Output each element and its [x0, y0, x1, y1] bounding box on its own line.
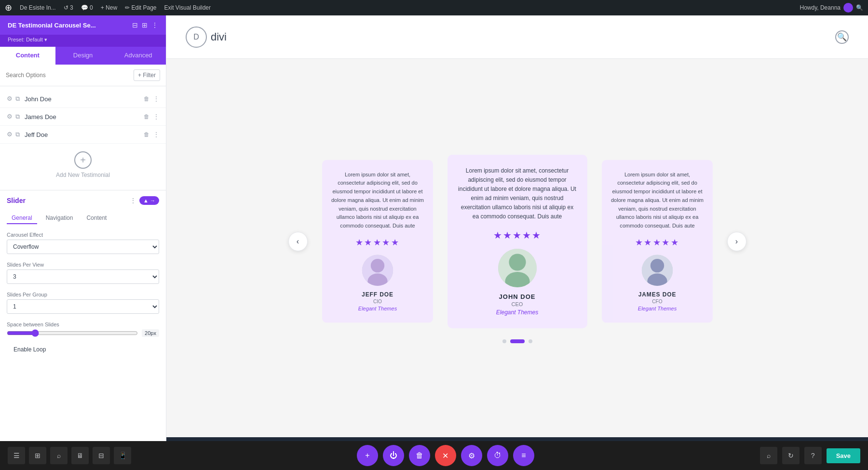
wp-admin-bar: ⊕ De Esiste In... ↺ 3 💬 0 + New ✏ Edit P…: [0, 0, 868, 15]
add-circle-icon: +: [74, 151, 92, 169]
window-icon[interactable]: ⊟: [132, 21, 138, 29]
comments-item[interactable]: 💬 0: [81, 4, 93, 11]
refresh-toolbar-button[interactable]: ↻: [782, 447, 800, 464]
add-module-button[interactable]: +: [357, 445, 378, 466]
testimonial-name-0: John Doe: [25, 95, 144, 103]
settings-toolbar-button[interactable]: ⚙: [461, 445, 482, 466]
carousel-effect-label: Carousel Effect: [7, 232, 159, 238]
card-company-2: Elegant Themes: [637, 306, 676, 312]
more-icon-2[interactable]: ⋮: [153, 131, 159, 138]
next-arrow-button[interactable]: ›: [727, 232, 746, 251]
card-avatar-0: [362, 255, 393, 286]
dot-1[interactable]: [510, 339, 525, 343]
duplicate-icon[interactable]: ⧉: [15, 95, 20, 103]
list-item[interactable]: ⚙ ⧉ James Doe 🗑 ⋮: [0, 108, 166, 126]
mobile-view-button[interactable]: 📱: [114, 447, 131, 464]
card-jeff-doe: Lorem ipsum dolor sit amet, consectetur …: [322, 160, 433, 323]
tab-design[interactable]: Design: [55, 47, 111, 65]
slides-per-group-select[interactable]: 1: [7, 299, 159, 314]
slider-section-header[interactable]: Slider ⋮ ▲ →: [0, 190, 166, 211]
slider-section-title: Slider: [7, 197, 26, 204]
duplicate-icon[interactable]: ⧉: [15, 113, 20, 121]
space-range-input[interactable]: [7, 329, 138, 337]
slides-per-view-select[interactable]: 3: [7, 269, 159, 284]
settings-icon[interactable]: ⚙: [7, 95, 13, 103]
preset-selector[interactable]: Preset: Default ▾: [0, 35, 166, 47]
bottom-toolbar: ☰ ⊞ ⌕ 🖥 ⊟ 📱 + ⏻ 🗑 ✕ ⚙ ⏱ ≡ ⌕ ↻ ? Save: [0, 441, 868, 470]
edit-page-item[interactable]: ✏ Edit Page: [125, 4, 156, 11]
power-button[interactable]: ⏻: [383, 445, 404, 466]
sub-tab-general[interactable]: General: [7, 213, 37, 224]
slides-per-view-field: Slides Per View 3: [0, 258, 166, 288]
card-name-2: JAMES DOE: [638, 291, 676, 298]
user-avatar: [843, 3, 853, 13]
enable-loop-field: Enable Loop: [0, 341, 166, 357]
grid-toolbar-button[interactable]: ⊞: [29, 447, 46, 464]
trash-button[interactable]: 🗑: [409, 445, 430, 466]
toggle-arrow-up: ▲: [143, 198, 149, 203]
content-area: D divi 🔍 ‹ Lorem ipsum dolor sit amet, c…: [166, 15, 868, 470]
tab-advanced[interactable]: Advanced: [110, 47, 166, 65]
desktop-view-button[interactable]: 🖥: [71, 447, 89, 464]
divi-header: D divi 🔍: [166, 15, 868, 59]
settings-sidebar: DE Testimonial Carousel Se... ⊟ ⊞ ⋮ Pres…: [0, 15, 166, 470]
settings-icon[interactable]: ⚙: [7, 131, 13, 138]
search-toolbar-button[interactable]: ⌕: [50, 447, 68, 464]
card-james-doe: Lorem ipsum dolor sit amet, consectetur …: [602, 160, 713, 323]
trash-icon-1[interactable]: 🗑: [144, 113, 149, 120]
add-new-label: Add New Testimonial: [56, 172, 110, 178]
history-button[interactable]: ⏱: [487, 445, 508, 466]
search-input[interactable]: [6, 72, 134, 79]
sub-tab-content[interactable]: Content: [81, 213, 111, 224]
settings-icon[interactable]: ⚙: [7, 113, 13, 121]
tab-content[interactable]: Content: [0, 47, 55, 65]
close-toolbar-button[interactable]: ✕: [435, 445, 456, 466]
new-item[interactable]: + New: [101, 4, 117, 11]
dot-0[interactable]: [502, 339, 506, 343]
trash-icon-2[interactable]: 🗑: [144, 131, 149, 138]
revisions-item[interactable]: ↺ 3: [64, 4, 73, 11]
wp-logo-icon[interactable]: ⊕: [5, 2, 12, 13]
carousel-dots: [502, 339, 532, 343]
duplicate-icon[interactable]: ⧉: [15, 131, 20, 138]
menu-toolbar-button[interactable]: ☰: [8, 447, 25, 464]
kebab-icon[interactable]: ⋮: [130, 197, 136, 204]
card-text-2: Lorem ipsum dolor sit amet, consectetur …: [610, 171, 704, 230]
testimonial-name-1: James Doe: [25, 113, 144, 121]
more-icon-1[interactable]: ⋮: [153, 113, 159, 120]
divi-logo-circle: D: [186, 27, 207, 48]
prev-arrow-button[interactable]: ‹: [288, 232, 308, 251]
more-icon-0[interactable]: ⋮: [153, 95, 159, 102]
grid-icon[interactable]: ⊞: [142, 21, 148, 29]
zoom-toolbar-button[interactable]: ⌕: [760, 447, 777, 464]
howdy-menu[interactable]: Howdy, Deanna 🔍: [800, 3, 864, 13]
carousel-effect-select[interactable]: Coverflow: [7, 240, 159, 254]
sub-tab-navigation[interactable]: Navigation: [41, 213, 78, 224]
save-button[interactable]: Save: [827, 448, 860, 463]
exit-builder-item[interactable]: Exit Visual Builder: [164, 4, 211, 11]
trash-icon-0[interactable]: 🗑: [144, 95, 149, 102]
list-item[interactable]: ⚙ ⧉ Jeff Doe 🗑 ⋮: [0, 126, 166, 144]
search-bar: + Filter: [0, 65, 166, 86]
list-item[interactable]: ⚙ ⧉ John Doe 🗑 ⋮: [0, 90, 166, 108]
search-icon[interactable]: 🔍: [856, 4, 863, 11]
slides-per-view-label: Slides Per View: [7, 262, 159, 268]
more-options-icon[interactable]: ⋮: [151, 21, 158, 29]
divi-logo-text: divi: [211, 31, 227, 43]
space-between-slides-label: Space between Slides: [7, 322, 159, 327]
header-icons: ⊟ ⊞ ⋮: [132, 21, 158, 29]
help-button[interactable]: ?: [804, 447, 822, 464]
header-search-button[interactable]: 🔍: [835, 30, 849, 44]
carousel-effect-field: Carousel Effect Coverflow: [0, 228, 166, 258]
card-company-0: Elegant Themes: [358, 306, 396, 312]
add-new-testimonial-button[interactable]: + Add New Testimonial: [0, 144, 166, 186]
filter-button[interactable]: + Filter: [134, 69, 160, 81]
site-name[interactable]: De Esiste In...: [20, 4, 56, 11]
module-title: DE Testimonial Carousel Se...: [8, 22, 96, 29]
tablet-view-button[interactable]: ⊟: [93, 447, 110, 464]
dot-2[interactable]: [529, 339, 532, 343]
collapse-toggle[interactable]: ▲ →: [139, 196, 159, 205]
card-title-0: CIO: [373, 299, 382, 304]
settings-icon-button[interactable]: ≡: [513, 445, 534, 466]
card-stars-1: ★★★★★: [493, 229, 542, 241]
